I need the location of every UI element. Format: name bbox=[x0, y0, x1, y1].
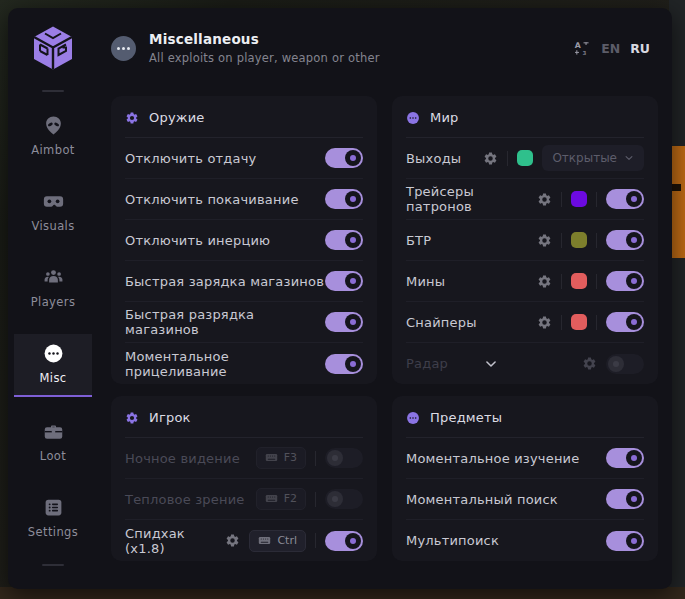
page-header: Miscellaneous All exploits on player, we… bbox=[98, 31, 672, 65]
sidebar-item-settings[interactable]: Settings bbox=[14, 488, 92, 549]
sidebar-nav: Aimbot Visuals Players Misc Loot bbox=[8, 88, 98, 589]
sidebar-item-label: Settings bbox=[28, 525, 78, 539]
divider bbox=[561, 192, 562, 207]
toggle-mines[interactable] bbox=[606, 271, 644, 291]
toggle-no-inertia[interactable] bbox=[325, 230, 363, 250]
setting-row: Трейсеры патронов bbox=[406, 179, 644, 220]
section-world: Мир Выходы Открытые bbox=[392, 96, 658, 384]
goggles-icon bbox=[43, 191, 64, 212]
setting-row: Быстрая зарядка магазинов bbox=[125, 261, 363, 302]
players-icon bbox=[43, 267, 64, 288]
setting-label: Трейсеры патронов bbox=[406, 184, 537, 214]
language-switcher: EN RU bbox=[574, 40, 650, 57]
items-icon bbox=[406, 411, 420, 425]
toggle-no-recoil[interactable] bbox=[325, 148, 363, 168]
sidebar-item-label: Players bbox=[31, 295, 76, 309]
page-titles: Miscellaneous All exploits on player, we… bbox=[149, 31, 380, 65]
color-swatch[interactable] bbox=[571, 191, 587, 207]
toggle-bullet-tracers[interactable] bbox=[606, 189, 644, 209]
gear-icon[interactable] bbox=[537, 315, 552, 330]
section-title: Предметы bbox=[430, 410, 502, 425]
briefcase-icon bbox=[43, 421, 64, 442]
section-header: Игрок bbox=[125, 396, 363, 438]
cube-logo-icon bbox=[32, 25, 74, 71]
chevron-down-icon bbox=[624, 153, 634, 163]
sidebar-item-misc[interactable]: Misc bbox=[14, 334, 92, 397]
lang-en-button[interactable]: EN bbox=[601, 41, 620, 56]
toggle-thermal-vision[interactable] bbox=[325, 489, 363, 509]
section-items: Предметы Моментальное изучение Моменталь… bbox=[392, 396, 658, 561]
dropdown-value: Открытые bbox=[552, 151, 617, 165]
page-title: Miscellaneous bbox=[149, 31, 380, 47]
divider bbox=[507, 151, 508, 166]
hotkey-badge[interactable]: F2 bbox=[256, 488, 306, 510]
toggle-multi-loot[interactable] bbox=[606, 531, 644, 551]
setting-label: Отключить инерцию bbox=[125, 233, 325, 248]
setting-row: Ночное видение F3 bbox=[125, 438, 363, 479]
toggle-radar[interactable] bbox=[606, 354, 644, 374]
setting-label: Радар bbox=[406, 356, 448, 371]
gear-icon[interactable] bbox=[537, 233, 552, 248]
toggle-instant-ads[interactable] bbox=[325, 354, 363, 374]
setting-label: Снайперы bbox=[406, 315, 537, 330]
setting-row: Мины bbox=[406, 261, 644, 302]
setting-label: БТР bbox=[406, 233, 537, 248]
color-swatch[interactable] bbox=[571, 232, 587, 248]
divider bbox=[315, 492, 316, 507]
gear-icon[interactable] bbox=[537, 192, 552, 207]
gear-icon[interactable] bbox=[225, 533, 240, 548]
lang-ru-button[interactable]: RU bbox=[630, 41, 650, 56]
toggle-instant-research[interactable] bbox=[606, 448, 644, 468]
exits-dropdown[interactable]: Открытые bbox=[542, 145, 644, 171]
hotkey-label: Ctrl bbox=[277, 534, 297, 547]
toggle-snipers[interactable] bbox=[606, 312, 644, 332]
divider bbox=[561, 274, 562, 289]
toggle-instant-loot[interactable] bbox=[606, 489, 644, 509]
hotkey-badge[interactable]: F3 bbox=[256, 447, 306, 469]
page-badge-ellipsis-icon bbox=[111, 36, 136, 61]
setting-row: Отключить покачивание bbox=[125, 179, 363, 220]
color-swatch[interactable] bbox=[571, 314, 587, 330]
sidebar-item-players[interactable]: Players bbox=[14, 258, 92, 319]
world-icon bbox=[406, 111, 420, 125]
setting-row: Отключить инерцию bbox=[125, 220, 363, 261]
color-swatch[interactable] bbox=[571, 273, 587, 289]
chevron-down-icon[interactable] bbox=[484, 357, 498, 371]
hotkey-badge[interactable]: Ctrl bbox=[249, 530, 306, 552]
setting-row: Моментальный поиск bbox=[406, 479, 644, 520]
color-swatch[interactable] bbox=[517, 150, 533, 166]
sidebar-item-visuals[interactable]: Visuals bbox=[14, 182, 92, 243]
setting-label: Моментальное изучение bbox=[406, 451, 606, 466]
toggle-fast-reload[interactable] bbox=[325, 271, 363, 291]
divider bbox=[596, 315, 597, 330]
toggle-fast-unload[interactable] bbox=[325, 312, 363, 332]
sidebar-item-label: Loot bbox=[40, 449, 66, 463]
setting-row: Быстрая разрядка магазинов bbox=[125, 302, 363, 343]
toggle-speedhack[interactable] bbox=[325, 531, 363, 551]
setting-row: БТР bbox=[406, 220, 644, 261]
gear-icon[interactable] bbox=[537, 274, 552, 289]
setting-label: Тепловое зрение bbox=[125, 492, 256, 507]
section-header: Предметы bbox=[406, 396, 644, 438]
section-title: Оружие bbox=[149, 110, 205, 125]
sidebar-item-loot[interactable]: Loot bbox=[14, 412, 92, 473]
divider bbox=[315, 533, 316, 548]
toggle-no-sway[interactable] bbox=[325, 189, 363, 209]
section-header: Оружие bbox=[125, 96, 363, 138]
divider bbox=[596, 233, 597, 248]
hotkey-label: F2 bbox=[284, 492, 297, 505]
toggle-btr[interactable] bbox=[606, 230, 644, 250]
gear-icon[interactable] bbox=[483, 151, 498, 166]
sidebar-item-aimbot[interactable]: Aimbot bbox=[14, 106, 92, 167]
game-background-object bbox=[672, 146, 685, 258]
window-header: Miscellaneous All exploits on player, we… bbox=[8, 8, 672, 88]
section-title: Игрок bbox=[149, 410, 191, 425]
divider bbox=[561, 233, 562, 248]
gear-icon[interactable] bbox=[582, 356, 597, 371]
divider bbox=[561, 315, 562, 330]
gear-icon bbox=[125, 111, 139, 125]
setting-label: Ночное видение bbox=[125, 451, 256, 466]
toggle-night-vision[interactable] bbox=[325, 448, 363, 468]
keyboard-icon bbox=[265, 451, 278, 464]
setting-label: Быстрая зарядка магазинов bbox=[125, 274, 325, 289]
